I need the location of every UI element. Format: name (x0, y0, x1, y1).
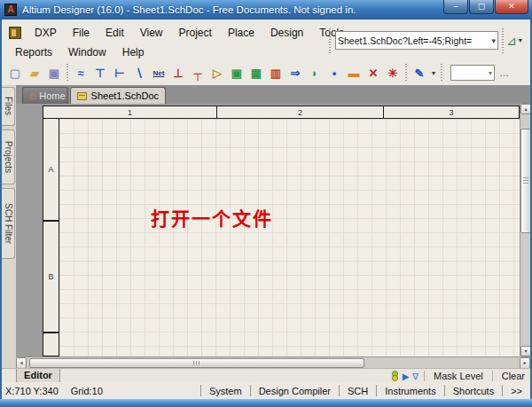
dxp-menu-icon[interactable] (9, 27, 21, 39)
device-sheet-icon[interactable]: ▥ (268, 65, 285, 82)
maximize-button[interactable]: ▢ (469, 0, 494, 14)
ruler-column-1: 1 (43, 106, 217, 118)
toolbar-combobox[interactable]: ▾ (450, 65, 495, 81)
menu-help[interactable]: Help (114, 44, 153, 60)
menu-file[interactable]: File (65, 25, 98, 41)
menu-design[interactable]: Design (262, 25, 311, 41)
toolbar-grip[interactable] (66, 64, 69, 82)
panel-button-more[interactable]: >> (503, 386, 530, 396)
toolbar-grip[interactable] (404, 64, 408, 82)
window-controls: – ▢ ✕ (442, 0, 528, 14)
thumb-grip (193, 361, 201, 365)
close-button[interactable]: ✕ (495, 0, 528, 14)
status-panel-buttons: System Design Compiler SCH Instruments S… (200, 382, 530, 399)
panel-button-design-compiler[interactable]: Design Compiler (251, 386, 339, 396)
sheet-entry-icon[interactable]: ⇒ (287, 65, 304, 82)
wire-tool-icon[interactable]: ≈ (73, 65, 90, 82)
window-border-bottom (0, 399, 532, 407)
editor-bar: Editor ▶ ∇ Mask Level Clear (2, 368, 530, 382)
panel-button-system[interactable]: System (201, 386, 250, 396)
document-path-value: Sheet1.SchDoc?Left=-45;Right= (338, 35, 472, 46)
altium-designer-window: A Altium Designer (16.0) - Sheet1.SchDoc… (0, 0, 532, 407)
document-tab-bar: ⌂ Home Sheet1.SchDoc (16, 85, 530, 104)
gnd-power-port-icon[interactable]: ⊥ (170, 65, 187, 82)
divider (424, 371, 425, 381)
bus-tool-icon[interactable]: ⊤ (92, 65, 109, 82)
panel-button-instruments[interactable]: Instruments (377, 386, 443, 396)
menu-window[interactable]: Window (60, 44, 114, 60)
chevron-down-icon[interactable]: ▾ (519, 36, 522, 44)
utilities-toolbar-button[interactable]: ⊿ ▾ (506, 31, 529, 50)
menu-project[interactable]: Project (171, 25, 220, 41)
tab-sheet1-label: Sheet1.SchDoc (91, 90, 159, 101)
chevron-down-icon[interactable]: ▾ (489, 69, 494, 77)
home-icon: ⌂ (29, 90, 35, 102)
toolbar-grip[interactable] (501, 28, 505, 53)
ruler-column-2: 2 (217, 106, 384, 118)
clear-button[interactable]: Clear (497, 371, 530, 381)
drawing-utilities-icon: ⊿ (506, 34, 517, 48)
menu-place[interactable]: Place (220, 25, 262, 41)
minimize-button[interactable]: – (443, 0, 468, 14)
harness-entry-icon[interactable]: • (326, 65, 343, 82)
vertical-scrollbar[interactable]: ▴ ▾ (520, 104, 530, 356)
ic-component-icon[interactable]: ▣ (229, 65, 246, 82)
menu-row-1: DXP File Edit View Project Place Design … (27, 25, 352, 41)
new-document-icon[interactable]: ▢ (7, 65, 24, 82)
play-icon[interactable]: ▶ (403, 372, 410, 381)
grid-readout: Grid:10 (71, 386, 103, 396)
mask-level-button[interactable]: Mask Level (428, 371, 489, 381)
editor-tab[interactable]: Editor (16, 369, 60, 383)
toolbar-grip[interactable] (328, 28, 332, 53)
window-title: Altium Designer (16.0) - Sheet1.SchDoc -… (22, 4, 356, 15)
horizontal-scrollbar-thumb[interactable] (29, 358, 364, 368)
sidebar-tab-files[interactable]: Files (2, 87, 15, 126)
panel-button-sch[interactable]: SCH (340, 386, 376, 396)
drawing-tools-icon[interactable]: ✎ (411, 65, 428, 82)
tab-home-label: Home (39, 90, 65, 101)
status-bar: X:710 Y:340 Grid:10 System Design Compil… (2, 382, 530, 399)
vcc-power-port-icon[interactable]: ┬ (190, 65, 207, 82)
snap-indicator-icon[interactable] (391, 371, 398, 381)
schematic-sheet-grid[interactable]: 打开一个文件 (59, 119, 520, 356)
port-icon[interactable]: ▬ (346, 65, 363, 82)
bus-entry-icon[interactable]: ⊢ (112, 65, 129, 82)
horizontal-scrollbar[interactable]: ◂ ▸ (16, 356, 530, 368)
title-bar[interactable]: A Altium Designer (16.0) - Sheet1.SchDoc… (0, 0, 532, 20)
open-folder-icon[interactable]: ▰ (27, 65, 43, 82)
document-path-combobox[interactable]: Sheet1.SchDoc?Left=-45;Right= ▾ (335, 31, 498, 50)
menu-dxp[interactable]: DXP (27, 25, 65, 41)
menu-view[interactable]: View (132, 25, 171, 41)
sheet-ruler-left: A B (43, 119, 59, 356)
filter-icon[interactable]: ∇ (412, 372, 419, 381)
blanket-icon[interactable]: ✳ (385, 65, 402, 82)
schematic-document-icon (77, 92, 87, 100)
sidebar-tab-projects[interactable]: Projects (2, 129, 15, 184)
ruler-row-partial (43, 333, 59, 356)
menu-reports[interactable]: Reports (7, 44, 60, 60)
chevron-down-icon[interactable]: ▾ (491, 36, 496, 45)
panel-button-shortcuts[interactable]: Shortcuts (445, 386, 502, 396)
no-erc-icon[interactable]: ✕ (365, 65, 382, 82)
sidebar-tab-sch-filter[interactable]: SCH Filter (2, 188, 15, 259)
save-icon[interactable]: ▣ (46, 65, 63, 82)
tab-sheet1-schdoc[interactable]: Sheet1.SchDoc (70, 87, 166, 104)
ruler-row-a: A (43, 119, 59, 222)
sheet-symbol-icon[interactable]: ▦ (248, 65, 265, 82)
main-toolbar: ▢ ▰ ▣ ≈ ⊤ ⊢ ∖ Net ⊥ ┬ ▷ ▣ ▦ ▥ ⇒ ◗ • ▬ ✕ … (2, 60, 530, 85)
cursor-position-readout: X:710 Y:340 (5, 386, 59, 396)
chevron-down-icon[interactable]: ▾ (429, 69, 438, 77)
more-options-button[interactable]: … (499, 67, 510, 78)
signal-harness-icon[interactable]: ∖ (131, 65, 148, 82)
schematic-canvas[interactable]: 1 2 3 A B 打开一个文件 (16, 104, 520, 356)
editor-bar-controls: ▶ ∇ Mask Level Clear (391, 369, 530, 383)
sheet-annotation-text: 打开一个文件 (151, 204, 273, 231)
tab-home[interactable]: ⌂ Home (22, 87, 68, 104)
altium-logo-icon: A (4, 4, 17, 16)
menu-edit[interactable]: Edit (98, 25, 132, 41)
harness-connector-icon[interactable]: ◗ (307, 65, 324, 82)
net-label-icon[interactable]: Net (151, 65, 168, 82)
toolbar-grip[interactable] (440, 64, 443, 82)
window-border-left (0, 20, 2, 399)
part-icon[interactable]: ▷ (209, 65, 226, 82)
